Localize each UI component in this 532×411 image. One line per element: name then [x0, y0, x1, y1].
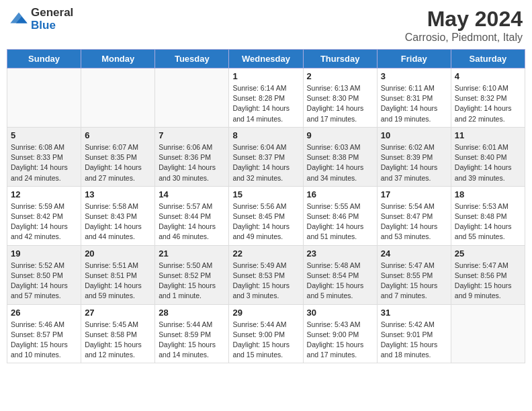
day-number: 16: [307, 189, 373, 199]
calendar-cell: 18Sunrise: 5:53 AM Sunset: 8:48 PM Dayli…: [451, 186, 525, 245]
calendar-cell: 11Sunrise: 6:01 AM Sunset: 8:40 PM Dayli…: [451, 127, 525, 186]
day-number: 12: [11, 189, 77, 199]
day-number: 21: [159, 248, 225, 259]
calendar-cell: [7, 68, 81, 128]
day-info: Sunrise: 6:10 AM Sunset: 8:32 PM Dayligh…: [455, 83, 521, 124]
day-info: Sunrise: 5:45 AM Sunset: 8:58 PM Dayligh…: [85, 320, 151, 361]
day-info: Sunrise: 6:14 AM Sunset: 8:28 PM Dayligh…: [232, 83, 299, 124]
calendar-cell: 19Sunrise: 5:52 AM Sunset: 8:50 PM Dayli…: [7, 245, 81, 304]
calendar-cell: 13Sunrise: 5:58 AM Sunset: 8:43 PM Dayli…: [81, 186, 155, 245]
calendar-cell: 30Sunrise: 5:43 AM Sunset: 9:00 PM Dayli…: [303, 304, 377, 363]
day-info: Sunrise: 5:54 AM Sunset: 8:47 PM Dayligh…: [381, 201, 447, 242]
day-info: Sunrise: 5:55 AM Sunset: 8:46 PM Dayligh…: [307, 201, 373, 242]
calendar-week-row: 12Sunrise: 5:59 AM Sunset: 8:42 PM Dayli…: [7, 186, 525, 245]
day-number: 9: [307, 130, 373, 140]
calendar-cell: 22Sunrise: 5:49 AM Sunset: 8:53 PM Dayli…: [229, 245, 303, 304]
calendar-cell: 1Sunrise: 6:14 AM Sunset: 8:28 PM Daylig…: [229, 68, 303, 128]
calendar-cell: 28Sunrise: 5:44 AM Sunset: 8:59 PM Dayli…: [155, 304, 229, 363]
calendar-cell: 9Sunrise: 6:03 AM Sunset: 8:38 PM Daylig…: [303, 127, 377, 186]
day-info: Sunrise: 5:42 AM Sunset: 9:01 PM Dayligh…: [381, 320, 447, 361]
day-info: Sunrise: 5:46 AM Sunset: 8:57 PM Dayligh…: [11, 320, 77, 361]
day-number: 29: [232, 308, 299, 318]
calendar-cell: 6Sunrise: 6:07 AM Sunset: 8:35 PM Daylig…: [81, 127, 155, 186]
day-number: 30: [307, 308, 373, 318]
day-info: Sunrise: 5:57 AM Sunset: 8:44 PM Dayligh…: [159, 201, 225, 242]
day-info: Sunrise: 5:47 AM Sunset: 8:56 PM Dayligh…: [455, 261, 521, 302]
calendar-cell: 2Sunrise: 6:13 AM Sunset: 8:30 PM Daylig…: [303, 68, 377, 128]
day-info: Sunrise: 5:49 AM Sunset: 8:53 PM Dayligh…: [232, 261, 299, 302]
day-info: Sunrise: 6:03 AM Sunset: 8:38 PM Dayligh…: [307, 142, 373, 183]
logo-general-text: General: [31, 7, 73, 19]
day-info: Sunrise: 6:07 AM Sunset: 8:35 PM Dayligh…: [85, 142, 151, 183]
calendar-cell: 29Sunrise: 5:44 AM Sunset: 9:00 PM Dayli…: [229, 304, 303, 363]
calendar-cell: 16Sunrise: 5:55 AM Sunset: 8:46 PM Dayli…: [303, 186, 377, 245]
calendar-week-row: 1Sunrise: 6:14 AM Sunset: 8:28 PM Daylig…: [7, 68, 525, 128]
logo-blue-text: Blue: [31, 19, 73, 32]
day-number: 10: [381, 130, 447, 140]
calendar-cell: 21Sunrise: 5:50 AM Sunset: 8:52 PM Dayli…: [155, 245, 229, 304]
day-number: 19: [11, 248, 77, 259]
day-info: Sunrise: 5:56 AM Sunset: 8:45 PM Dayligh…: [232, 201, 299, 242]
header-saturday: Saturday: [451, 50, 525, 68]
header-friday: Friday: [377, 50, 451, 68]
calendar-cell: 10Sunrise: 6:02 AM Sunset: 8:39 PM Dayli…: [377, 127, 451, 186]
day-number: 25: [455, 248, 521, 259]
calendar-week-row: 26Sunrise: 5:46 AM Sunset: 8:57 PM Dayli…: [7, 304, 525, 363]
calendar-cell: 14Sunrise: 5:57 AM Sunset: 8:44 PM Dayli…: [155, 186, 229, 245]
day-info: Sunrise: 5:59 AM Sunset: 8:42 PM Dayligh…: [11, 201, 77, 242]
day-number: 7: [159, 130, 225, 140]
title-block: May 2024 Carrosio, Piedmont, Italy: [405, 7, 523, 44]
calendar-cell: 20Sunrise: 5:51 AM Sunset: 8:51 PM Dayli…: [81, 245, 155, 304]
day-info: Sunrise: 5:47 AM Sunset: 8:55 PM Dayligh…: [381, 261, 447, 302]
day-info: Sunrise: 5:44 AM Sunset: 8:59 PM Dayligh…: [159, 320, 225, 361]
header-tuesday: Tuesday: [155, 50, 229, 68]
day-info: Sunrise: 6:13 AM Sunset: 8:30 PM Dayligh…: [307, 83, 373, 124]
day-number: 8: [232, 130, 299, 140]
day-number: 27: [85, 308, 151, 318]
calendar-cell: 23Sunrise: 5:48 AM Sunset: 8:54 PM Dayli…: [303, 245, 377, 304]
day-info: Sunrise: 6:11 AM Sunset: 8:31 PM Dayligh…: [381, 83, 447, 124]
day-number: 13: [85, 189, 151, 199]
day-info: Sunrise: 6:04 AM Sunset: 8:37 PM Dayligh…: [232, 142, 299, 183]
calendar-cell: [451, 304, 525, 363]
header-thursday: Thursday: [303, 50, 377, 68]
day-info: Sunrise: 6:02 AM Sunset: 8:39 PM Dayligh…: [381, 142, 447, 183]
logo: General Blue: [9, 7, 73, 32]
day-info: Sunrise: 5:44 AM Sunset: 9:00 PM Dayligh…: [232, 320, 299, 361]
calendar-cell: 8Sunrise: 6:04 AM Sunset: 8:37 PM Daylig…: [229, 127, 303, 186]
day-number: 11: [455, 130, 521, 140]
day-info: Sunrise: 6:06 AM Sunset: 8:36 PM Dayligh…: [159, 142, 225, 183]
day-number: 26: [11, 308, 77, 318]
calendar-cell: 25Sunrise: 5:47 AM Sunset: 8:56 PM Dayli…: [451, 245, 525, 304]
day-info: Sunrise: 5:58 AM Sunset: 8:43 PM Dayligh…: [85, 201, 151, 242]
calendar-cell: 24Sunrise: 5:47 AM Sunset: 8:55 PM Dayli…: [377, 245, 451, 304]
calendar-cell: 27Sunrise: 5:45 AM Sunset: 8:58 PM Dayli…: [81, 304, 155, 363]
day-info: Sunrise: 5:51 AM Sunset: 8:51 PM Dayligh…: [85, 261, 151, 302]
header-sunday: Sunday: [7, 50, 81, 68]
day-info: Sunrise: 6:08 AM Sunset: 8:33 PM Dayligh…: [11, 142, 77, 183]
calendar-cell: 15Sunrise: 5:56 AM Sunset: 8:45 PM Dayli…: [229, 186, 303, 245]
day-number: 24: [381, 248, 447, 259]
day-number: 3: [381, 71, 447, 81]
logo-icon: [9, 10, 28, 29]
day-info: Sunrise: 5:43 AM Sunset: 9:00 PM Dayligh…: [307, 320, 373, 361]
calendar-cell: 31Sunrise: 5:42 AM Sunset: 9:01 PM Dayli…: [377, 304, 451, 363]
day-number: 18: [455, 189, 521, 199]
day-number: 4: [455, 71, 521, 81]
calendar-week-row: 19Sunrise: 5:52 AM Sunset: 8:50 PM Dayli…: [7, 245, 525, 304]
day-number: 15: [232, 189, 299, 199]
day-number: 28: [159, 308, 225, 318]
calendar-table: SundayMondayTuesdayWednesdayThursdayFrid…: [7, 49, 525, 363]
day-number: 5: [11, 130, 77, 140]
day-number: 22: [232, 248, 299, 259]
day-info: Sunrise: 6:01 AM Sunset: 8:40 PM Dayligh…: [455, 142, 521, 183]
calendar-cell: 26Sunrise: 5:46 AM Sunset: 8:57 PM Dayli…: [7, 304, 81, 363]
day-number: 23: [307, 248, 373, 259]
header-wednesday: Wednesday: [229, 50, 303, 68]
calendar-week-row: 5Sunrise: 6:08 AM Sunset: 8:33 PM Daylig…: [7, 127, 525, 186]
calendar-cell: 5Sunrise: 6:08 AM Sunset: 8:33 PM Daylig…: [7, 127, 81, 186]
calendar-cell: 7Sunrise: 6:06 AM Sunset: 8:36 PM Daylig…: [155, 127, 229, 186]
day-number: 1: [232, 71, 299, 81]
day-number: 14: [159, 189, 225, 199]
day-info: Sunrise: 5:48 AM Sunset: 8:54 PM Dayligh…: [307, 261, 373, 302]
